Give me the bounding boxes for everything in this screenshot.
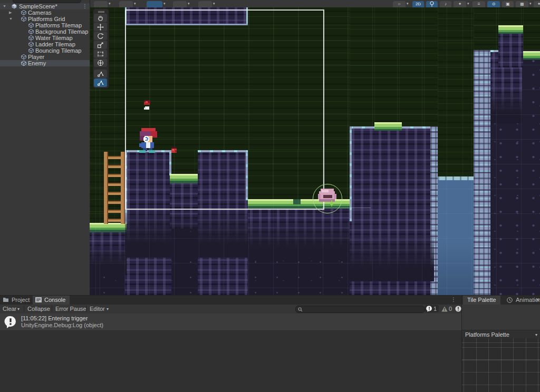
palette-dropdown-label: Platforms Palette — [465, 330, 509, 339]
grass-tiles — [374, 122, 402, 131]
camera-viewport-outline — [125, 9, 324, 210]
sidebar-item-background-tilemap[interactable]: Background Tilemap — [0, 28, 90, 35]
sidebar-item-ladder-tilemap[interactable]: Ladder Tilemap — [0, 41, 90, 47]
collapse-button[interactable]: Collapse — [27, 305, 50, 313]
hierarchy-item-label: Bouncing Tilemap — [35, 47, 81, 54]
hierarchy-item-label: Cameras — [28, 9, 52, 16]
hierarchy-item-label: Ladder Tilemap — [35, 41, 75, 47]
tab-label: Project — [12, 297, 30, 303]
clock-icon — [507, 297, 513, 303]
clear-button[interactable]: Clear — [3, 305, 16, 313]
sidebar-item-cameras[interactable]: ▶ Cameras — [0, 9, 90, 16]
chevron-down-icon: ▾ — [529, 2, 532, 6]
scene-name-label: SampleScene* — [19, 3, 57, 9]
hierarchy-item-label: Player — [28, 54, 44, 60]
console-toolbar: Clear ▾ Collapse Error Pause Editor ▾ 1 … — [0, 305, 461, 314]
chevron-down-icon[interactable]: ▾ — [17, 305, 20, 313]
editor-dropdown-button[interactable]: Editor — [90, 305, 105, 313]
platform-edge — [350, 126, 352, 221]
info-filter-button[interactable]: 1 — [425, 305, 439, 312]
expand-arrow-icon[interactable]: ▼ — [3, 3, 6, 9]
hierarchy-item-label: Platforms Grid — [28, 16, 65, 22]
tab-animation[interactable]: Animation — [504, 296, 540, 305]
joint-tool-icon — [97, 71, 104, 77]
scale-tool-button[interactable] — [94, 41, 107, 49]
view-hand-tool-button[interactable] — [94, 14, 107, 22]
scene-tools-overlay — [93, 8, 109, 89]
error-pause-button[interactable]: Error Pause — [55, 305, 86, 313]
info-log-icon — [426, 306, 432, 312]
grass-tiles — [523, 51, 540, 60]
terrain-fade — [125, 210, 248, 258]
sidebar-item-platforms-grid[interactable]: ▼ Platforms Grid — [0, 16, 90, 22]
gameobject-cube-icon — [21, 16, 26, 22]
chevron-down-icon: ▾ — [134, 2, 136, 6]
folder-icon — [3, 297, 9, 302]
tab-console[interactable]: Console — [33, 296, 70, 305]
sidebar-item-enemy[interactable]: Enemy — [0, 60, 90, 66]
scene-view[interactable] — [90, 7, 540, 295]
gameobject-cube-icon — [21, 61, 26, 66]
palette-grid[interactable] — [462, 338, 540, 392]
move-tool-button[interactable] — [94, 23, 107, 31]
tab-tile-palette[interactable]: Tile Palette — [463, 296, 500, 305]
grass-tiles — [90, 223, 127, 232]
hand-icon — [97, 15, 104, 22]
tab-project[interactable]: Project — [0, 296, 34, 305]
sidebar-item-water-tilemap[interactable]: Water Tilemap — [0, 35, 90, 41]
kebab-menu-icon[interactable]: ⋮ — [82, 3, 88, 9]
chevron-down-icon: ▾ — [213, 2, 215, 6]
platform-tiles — [498, 33, 523, 67]
player-sprite[interactable] — [135, 128, 159, 153]
console-tabbar: Project Console ⋮ — [0, 296, 461, 305]
tab-overflow-icon[interactable]: ✕ — [535, 297, 539, 302]
chevron-down-icon: ▾ — [467, 2, 469, 6]
transform-tool-button[interactable] — [94, 58, 107, 67]
rotate-tool-button[interactable] — [94, 32, 107, 40]
warning-icon — [441, 306, 448, 312]
log-line-2: UnityEngine.Debug:Log (object) — [21, 322, 103, 328]
expand-arrow-icon[interactable]: ▶ — [9, 9, 12, 16]
hierarchy-item-label: Platforms Tilemap — [35, 22, 82, 28]
chevron-down-icon: ▾ — [107, 305, 109, 313]
console-panel: Project Console ⋮ Clear ▾ Collapse Error… — [0, 295, 461, 392]
custom-joint-tool-2-button[interactable] — [94, 79, 107, 87]
water-surface — [438, 177, 474, 180]
sidebar-item-platforms-tilemap[interactable]: Platforms Tilemap — [0, 22, 90, 28]
chevron-down-icon: ▾ — [188, 2, 190, 6]
platform-edge — [474, 50, 490, 295]
overlay-drag-handle[interactable] — [94, 9, 108, 13]
unity-scene-icon — [12, 4, 17, 9]
terrain-fade — [248, 218, 350, 260]
sidebar-item-bouncing-tilemap[interactable]: Bouncing Tilemap — [0, 47, 90, 54]
warning-count: 0 — [449, 305, 452, 312]
console-log-entry[interactable]: [11:05:22] Entering trigger UnityEngine.… — [0, 313, 461, 331]
tile-palette-tabbar: Tile Palette Animation ✕ — [462, 296, 540, 305]
warning-filter-button[interactable]: 0 — [441, 305, 454, 312]
tile-palette-panel: Tile Palette Animation ✕ Platforms Palet… — [461, 295, 540, 392]
tab-label: Console — [44, 297, 65, 303]
custom-joint-tool-button[interactable] — [94, 70, 107, 78]
gameobject-cube-icon — [28, 48, 34, 53]
log-line-1: [11:05:22] Entering trigger — [21, 315, 88, 321]
ladder-tilemap — [104, 152, 125, 224]
kebab-menu-icon[interactable]: ⋮ — [451, 297, 456, 302]
transform-handle-gizmo[interactable] — [328, 199, 335, 209]
info-log-icon — [4, 316, 17, 328]
berry-pickup-sprite[interactable] — [170, 146, 178, 154]
expand-arrow-icon[interactable]: ▼ — [9, 16, 13, 22]
console-search-field[interactable] — [295, 306, 425, 313]
sidebar-item-player[interactable]: Player — [0, 54, 90, 60]
terrain-fade — [90, 242, 127, 273]
gameobject-cube-icon — [21, 54, 26, 60]
hierarchy-scene-row[interactable]: ▼ SampleScene* ⋮ — [0, 3, 90, 9]
console-icon — [35, 297, 42, 302]
scale-icon — [97, 42, 104, 48]
rect-tool-button[interactable] — [94, 50, 107, 58]
move-icon — [97, 24, 104, 31]
search-icon — [298, 307, 303, 312]
hierarchy-panel: ▼ SampleScene* ⋮ ▶ Cameras ▼ Platforms G… — [0, 0, 90, 295]
gameobject-cube-icon — [21, 10, 26, 15]
console-search-input[interactable] — [304, 306, 422, 312]
gem-pickup-sprite[interactable] — [142, 100, 152, 113]
